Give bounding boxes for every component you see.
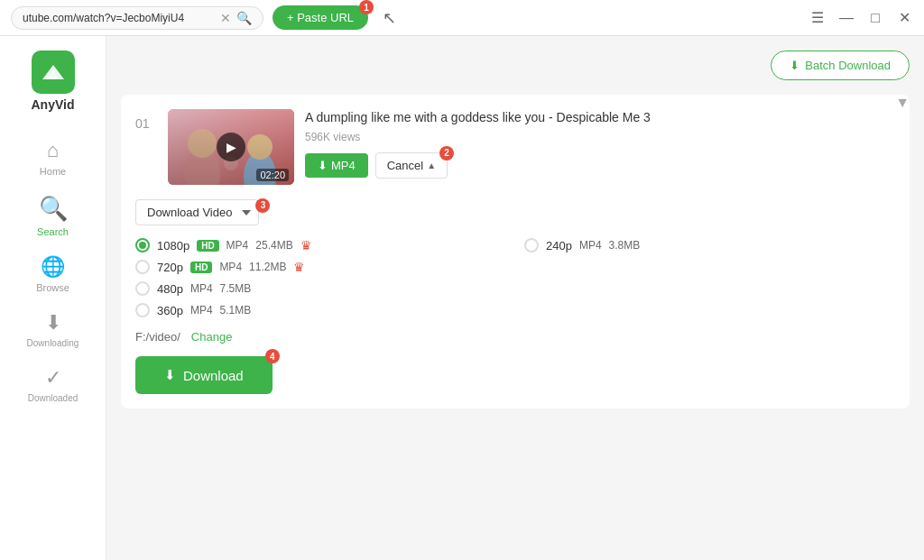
radio-1080p[interactable] — [135, 238, 150, 252]
sidebar-item-label: Home — [40, 166, 66, 177]
browse-icon: 🌐 — [41, 255, 65, 279]
video-header: 01 — [135, 109, 895, 185]
batch-download-button[interactable]: ⬇ Batch Download — [771, 50, 910, 80]
downloaded-icon: ✓ — [45, 366, 61, 390]
format-240p: MP4 — [579, 239, 602, 252]
change-link[interactable]: Change — [191, 330, 233, 344]
url-clear-icon[interactable]: ✕ — [220, 11, 231, 25]
sidebar-item-downloading[interactable]: ⬇ Downloading — [0, 302, 106, 357]
format-360p: MP4 — [190, 304, 213, 317]
play-button[interactable]: ▶ — [217, 133, 245, 161]
batch-download-icon: ⬇ — [790, 59, 799, 72]
size-720p: 11.2MB — [249, 261, 286, 273]
download-icon: ⬇ — [164, 367, 176, 383]
sidebar-item-browse[interactable]: 🌐 Browse — [0, 246, 106, 302]
url-input[interactable] — [23, 12, 215, 24]
res-240p: 240p — [546, 239, 572, 252]
sidebar-item-label: Search — [37, 226, 69, 237]
batch-btn-container: ⬇ Batch Download — [121, 50, 910, 80]
save-path-row: F:/video/ Change — [135, 330, 895, 344]
logo-area: AnyVid — [32, 50, 75, 112]
sidebar-item-downloaded[interactable]: ✓ Downloaded — [0, 357, 106, 412]
close-button[interactable]: ✕ — [895, 9, 913, 27]
search-icon: 🔍 — [39, 195, 68, 223]
format-1080p: MP4 — [226, 239, 249, 252]
format-480p: MP4 — [190, 282, 213, 295]
app-logo-icon — [32, 50, 75, 94]
quality-grid: 1080p HD MP4 25.4MB ♛ 240p MP4 3.8MB — [135, 238, 895, 317]
cursor-pointer: ↖ — [383, 8, 396, 28]
radio-480p[interactable] — [135, 281, 150, 296]
download-type-select[interactable]: Download Video — [135, 199, 259, 225]
res-480p: 480p — [157, 282, 183, 296]
res-1080p: 1080p — [157, 239, 189, 252]
download-label: Download — [183, 368, 244, 383]
video-title: A dumpling like me with a goddess like y… — [305, 109, 895, 127]
paste-url-button[interactable]: + Paste URL 1 — [273, 5, 368, 30]
radio-360p[interactable] — [135, 303, 150, 317]
format-720p: MP4 — [219, 261, 242, 273]
sidebar-item-home[interactable]: ⌂ Home — [0, 130, 106, 186]
minimize-button[interactable]: — — [837, 9, 855, 27]
hd-badge-1080p: HD — [197, 240, 218, 252]
crown-icon-720p: ♛ — [293, 260, 305, 274]
search-icon[interactable]: 🔍 — [236, 11, 252, 25]
window-controls: ☰ — □ ✕ — [808, 9, 913, 27]
quality-row-360p: 360p MP4 5.1MB — [135, 303, 506, 317]
sidebar-item-search[interactable]: 🔍 Search — [0, 186, 106, 246]
sidebar-item-label: Browse — [36, 282, 69, 293]
download-small-icon: ⬇ — [318, 159, 328, 172]
size-480p: 7.5MB — [220, 282, 252, 295]
cancel-button[interactable]: Cancel ▲ 2 — [375, 152, 448, 179]
download-button[interactable]: ⬇ Download 4 — [135, 356, 273, 394]
app-body: AnyVid ⌂ Home 🔍 Search 🌐 Browse ⬇ Downlo… — [0, 36, 924, 560]
titlebar: ✕ 🔍 + Paste URL 1 ↖ ☰ — □ ✕ — [0, 0, 924, 36]
size-240p: 3.8MB — [609, 239, 641, 252]
downloading-icon: ⬇ — [45, 311, 61, 335]
quality-row-1080p: 1080p HD MP4 25.4MB ♛ — [135, 238, 506, 252]
collapse-icon[interactable]: ▼ — [895, 95, 910, 111]
crown-icon-1080p: ♛ — [300, 238, 312, 252]
video-thumbnail: ▶ 02:20 — [168, 109, 294, 185]
download-panel: Download Video 3 1080p HD MP4 25.4MB ♛ — [135, 199, 895, 394]
quality-row-240p: 240p MP4 3.8MB — [524, 238, 895, 252]
hd-badge-720p: HD — [190, 262, 212, 273]
video-info: A dumpling like me with a goddess like y… — [305, 109, 895, 179]
main-content: ⬇ Batch Download 01 — [106, 36, 924, 560]
radio-240p[interactable] — [524, 238, 539, 252]
save-path-text: F:/video/ — [135, 330, 180, 344]
video-duration: 02:20 — [256, 169, 289, 181]
video-actions: ⬇ MP4 Cancel ▲ 2 — [305, 152, 895, 179]
url-bar[interactable]: ✕ 🔍 — [11, 6, 263, 30]
menu-icon[interactable]: ☰ — [808, 9, 827, 27]
mp4-button[interactable]: ⬇ MP4 — [305, 153, 368, 178]
quality-row-720p: 720p HD MP4 11.2MB ♛ — [135, 260, 506, 274]
size-360p: 5.1MB — [220, 304, 252, 317]
mp4-label: MP4 — [331, 159, 356, 172]
res-360p: 360p — [157, 304, 183, 317]
radio-720p[interactable] — [135, 260, 150, 274]
video-number: 01 — [135, 116, 157, 131]
chevron-up-icon: ▲ — [427, 161, 436, 170]
sidebar: AnyVid ⌂ Home 🔍 Search 🌐 Browse ⬇ Downlo… — [0, 36, 106, 560]
sidebar-item-label: Downloading — [27, 338, 79, 348]
paste-badge: 1 — [359, 0, 374, 14]
quality-row-480p: 480p MP4 7.5MB — [135, 281, 506, 296]
batch-download-label: Batch Download — [805, 59, 891, 72]
download-type-row: Download Video 3 — [135, 199, 895, 225]
cancel-badge: 2 — [439, 146, 454, 161]
sidebar-item-label: Downloaded — [28, 393, 79, 403]
download-badge: 4 — [265, 349, 280, 363]
paste-url-label: + Paste URL — [287, 11, 354, 24]
size-1080p: 25.4MB — [255, 239, 292, 252]
app-name: AnyVid — [32, 97, 75, 112]
home-icon: ⌂ — [47, 139, 59, 162]
res-720p: 720p — [157, 261, 183, 274]
video-card: 01 — [121, 95, 910, 409]
maximize-button[interactable]: □ — [866, 9, 884, 27]
video-views: 596K views — [305, 131, 895, 143]
cancel-label: Cancel — [387, 159, 423, 172]
panel-badge3: 3 — [255, 198, 270, 213]
